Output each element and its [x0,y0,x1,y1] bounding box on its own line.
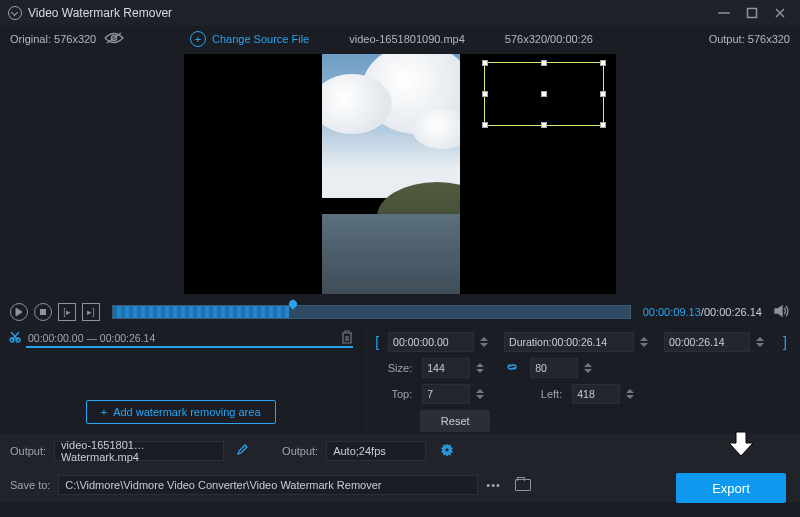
playback-time: 00:00:09.13/00:00:26.14 [643,306,762,318]
source-filename: video-1651801090.mp4 [349,33,465,45]
output-label: Output: 576x320 [709,33,790,45]
app-title: Video Watermark Remover [28,6,172,20]
volume-icon[interactable] [774,304,790,320]
app-logo-icon [8,6,22,20]
left-label: Left: [528,388,562,400]
output-format-label: Output: [282,445,318,457]
segment-cut-icon[interactable] [8,330,22,346]
stop-button[interactable] [34,303,52,321]
segment-range: 00:00:00.00 — 00:00:26.14 [28,332,155,344]
properties-panel: [ 00:00:00.00 Duration:00:00:26.14 00:00… [362,326,800,434]
top-field[interactable]: 7 [422,384,470,404]
reset-button[interactable]: Reset [420,410,490,432]
start-time-spinner[interactable] [480,332,494,352]
height-spinner[interactable] [584,358,598,378]
output-bar: Output: video-1651801…Watermark.mp4 Outp… [0,434,800,468]
video-preview[interactable] [184,54,616,294]
duration-field[interactable]: Duration:00:00:26.14 [504,332,634,352]
timeline-scrubber[interactable] [112,305,631,319]
titlebar: Video Watermark Remover [0,0,800,26]
source-meta: 576x320/00:00:26 [505,33,593,45]
output-filename-field[interactable]: video-1651801…Watermark.mp4 [54,441,224,461]
width-spinner[interactable] [476,358,490,378]
range-end-bracket[interactable]: ] [780,334,790,350]
plus-icon: + [101,406,107,418]
close-button[interactable] [768,4,792,22]
save-path-field[interactable]: C:\Vidmore\Vidmore Video Converter\Video… [58,475,478,495]
end-time-field[interactable]: 00:00:26.14 [664,332,750,352]
lower-panel: 00:00:00.00 — 00:00:26.14 + Add watermar… [0,326,800,434]
maximize-button[interactable] [740,4,764,22]
segment-track[interactable] [26,346,353,348]
preview-area [0,52,800,298]
output-file-label: Output: [10,445,46,457]
aspect-link-icon[interactable] [506,361,518,375]
left-field[interactable]: 418 [572,384,620,404]
playback-bar: [▸ ▸] 00:00:09.13/00:00:26.14 [0,298,800,326]
plus-circle-icon: + [190,31,206,47]
save-to-label: Save to: [10,479,50,491]
preview-toggle-icon[interactable] [104,31,124,47]
end-time-spinner[interactable] [756,332,770,352]
width-field[interactable]: 144 [422,358,470,378]
top-label: Top: [372,388,412,400]
add-watermark-area-button[interactable]: + Add watermark removing area [86,400,276,424]
download-arrow-icon [726,429,756,461]
segments-panel: 00:00:00.00 — 00:00:26.14 + Add watermar… [0,326,362,434]
left-spinner[interactable] [626,384,640,404]
size-label: Size: [372,362,412,374]
edit-filename-icon[interactable] [236,444,248,458]
watermark-selection-box[interactable] [484,62,604,126]
duration-spinner[interactable] [640,332,654,352]
range-start-bracket[interactable]: [ [372,334,382,350]
info-bar: Original: 576x320 + Change Source File v… [0,26,800,52]
export-button[interactable]: Export [676,473,786,503]
height-field[interactable]: 80 [530,358,578,378]
video-frame [322,54,460,294]
set-start-button[interactable]: [▸ [58,303,76,321]
browse-path-button[interactable]: ••• [486,479,501,491]
svg-rect-3 [41,310,46,315]
set-end-button[interactable]: ▸] [82,303,100,321]
play-button[interactable] [10,303,28,321]
delete-segment-icon[interactable] [341,330,353,346]
output-settings-icon[interactable] [440,443,454,459]
top-spinner[interactable] [476,384,490,404]
minimize-button[interactable] [712,4,736,22]
change-source-button[interactable]: + Change Source File [190,31,309,47]
open-folder-icon[interactable] [515,479,531,491]
start-time-field[interactable]: 00:00:00.00 [388,332,474,352]
svg-rect-1 [748,9,757,18]
svg-point-7 [445,448,449,452]
output-format-field[interactable]: Auto;24fps [326,441,426,461]
original-label: Original: 576x320 [10,33,96,45]
